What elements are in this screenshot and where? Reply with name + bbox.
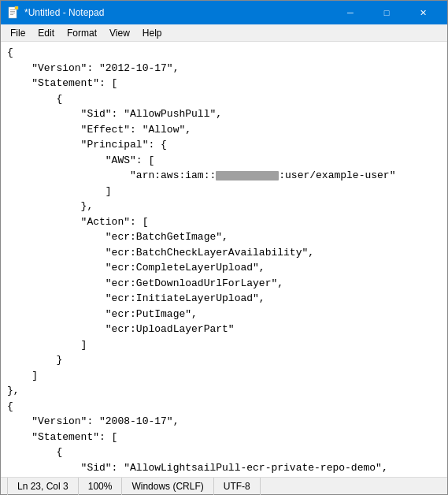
window-controls: ─ □ ✕ [332, 1, 441, 24]
menu-format[interactable]: Format [61, 24, 103, 42]
svg-rect-4 [10, 14, 13, 15]
window-title: *Untitled - Notepad [24, 7, 332, 18]
menu-view[interactable]: View [103, 24, 136, 42]
status-bar: Ln 23, Col 3 100% Windows (CRLF) UTF-8 [1, 477, 447, 494]
minimize-button[interactable]: ─ [332, 1, 368, 24]
menu-help[interactable]: Help [136, 24, 168, 42]
svg-rect-1 [10, 9, 15, 10]
svg-rect-5 [15, 6, 18, 9]
status-line-col: Ln 23, Col 3 [7, 478, 79, 495]
status-encoding: UTF-8 [214, 478, 261, 495]
maximize-button[interactable]: □ [368, 1, 405, 24]
status-zoom: 100% [79, 478, 123, 495]
menu-file[interactable]: File [4, 24, 31, 42]
menu-edit[interactable]: Edit [31, 24, 61, 42]
menu-bar: File Edit Format View Help [1, 24, 447, 42]
editor-content[interactable]: { "Version": "2012-10-17", "Statement": … [7, 45, 441, 477]
title-bar: *Untitled - Notepad ─ □ ✕ [1, 1, 447, 24]
notepad-window: *Untitled - Notepad ─ □ ✕ File Edit Form… [0, 0, 448, 495]
svg-rect-2 [10, 11, 15, 12]
status-line-ending: Windows (CRLF) [122, 478, 213, 495]
close-button[interactable]: ✕ [405, 1, 441, 24]
notepad-icon [7, 6, 20, 19]
editor-area[interactable]: { "Version": "2012-10-17", "Statement": … [1, 42, 447, 477]
svg-rect-3 [10, 13, 15, 13]
